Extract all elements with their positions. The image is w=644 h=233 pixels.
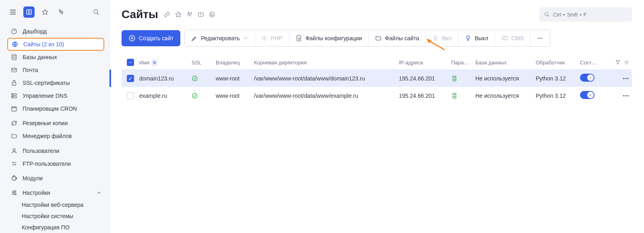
star-outline-icon[interactable]: [175, 11, 182, 18]
sidebar-top: [0, 3, 109, 25]
pencil-icon: [191, 35, 198, 41]
enable-button[interactable]: Вкл: [426, 30, 458, 46]
sidebar-item-settings[interactable]: Настройки: [0, 186, 109, 199]
pin-icon[interactable]: [186, 11, 193, 18]
star-icon[interactable]: [39, 6, 51, 18]
sidebar-item-label: Резервные копии: [23, 120, 102, 126]
site-files-button[interactable]: Файлы сайта: [369, 30, 426, 46]
col-owner[interactable]: Владелец: [216, 60, 254, 66]
state-toggle[interactable]: [580, 74, 604, 83]
title-actions: [164, 11, 215, 18]
row-more-button[interactable]: [622, 75, 632, 82]
ssl-ok-icon: [192, 75, 216, 82]
menu-icon[interactable]: [7, 6, 19, 18]
refresh-circle-icon[interactable]: [209, 11, 215, 18]
select-all-checkbox[interactable]: −: [122, 59, 139, 66]
svg-point-12: [12, 94, 13, 95]
sidebar-item[interactable]: SSL-сертификаты: [0, 76, 109, 89]
cms-icon: [502, 35, 508, 41]
chevron-up-icon: [96, 190, 102, 196]
sidebar-item[interactable]: Планировщик CRON: [0, 102, 109, 115]
svg-point-30: [540, 38, 541, 39]
database-icon: [10, 54, 18, 61]
svg-point-36: [627, 78, 629, 79]
col-state[interactable]: Сост…: [580, 60, 604, 66]
sidebar-item[interactable]: Резервные копии: [0, 117, 109, 130]
lock-icon: [10, 79, 18, 87]
table-row[interactable]: ✓domain123.ruwww-root/var/www/www-root/d…: [122, 70, 632, 87]
sidebar-item-label: Дашборд: [23, 28, 102, 35]
sidebar-item[interactable]: Базы данных: [0, 51, 109, 64]
sidebar-item[interactable]: Менеджер файлов: [0, 130, 109, 142]
sidebar-subitem[interactable]: Конфигурация ПО: [0, 222, 109, 233]
link-icon[interactable]: [164, 11, 170, 18]
global-search[interactable]: [539, 7, 632, 22]
row-checkbox[interactable]: ✓: [122, 75, 139, 82]
svg-point-29: [538, 38, 539, 39]
columns-gear-icon[interactable]: [624, 60, 630, 65]
dashboard-icon: [10, 28, 18, 35]
col-name[interactable]: Имя≡: [139, 59, 192, 66]
sites-table: − Имя≡ SSL Владелец Корневая директория …: [122, 56, 632, 104]
row-more-button[interactable]: [622, 92, 632, 99]
sidebar: ДашбордСайты (2 из 10)Базы данныхПочтаSS…: [0, 0, 109, 233]
globe-icon: [11, 41, 19, 48]
button-label: Редактировать: [201, 35, 240, 41]
steps-icon[interactable]: [56, 6, 67, 18]
bulb-off-icon: [465, 35, 471, 41]
col-ssl[interactable]: SSL: [192, 60, 216, 66]
file-gear-icon: [296, 35, 302, 41]
edit-button[interactable]: Редактировать: [185, 30, 255, 46]
sidebar-subitem[interactable]: Настройки веб-сервера: [0, 199, 109, 210]
svg-point-3: [61, 11, 63, 14]
calendar-icon: [10, 105, 18, 112]
col-handler[interactable]: Обработчик: [536, 60, 580, 66]
sidebar-search-icon[interactable]: [91, 6, 102, 18]
dns-icon: [10, 92, 18, 99]
cms-button[interactable]: CMS: [495, 30, 530, 46]
table-row[interactable]: example.ruwww-root/var/www/www-root/data…: [122, 87, 632, 104]
svg-rect-9: [12, 82, 16, 85]
create-site-button[interactable]: Создать сайт: [122, 30, 180, 46]
col-root[interactable]: Корневая директория: [254, 60, 399, 66]
svg-point-4: [94, 10, 97, 13]
sidebar-item[interactable]: Пользователи: [0, 144, 109, 157]
ftp-icon: [10, 160, 18, 167]
sidebar-item[interactable]: FTP-пользователи: [0, 157, 109, 170]
mail-icon: [10, 66, 18, 74]
svg-point-39: [625, 95, 627, 96]
sidebar-subitem[interactable]: Настройки системы: [0, 210, 109, 222]
more-button[interactable]: [530, 30, 550, 46]
state-toggle[interactable]: [580, 91, 604, 100]
svg-rect-28: [502, 36, 507, 40]
search-icon: [544, 12, 550, 17]
chevron-down-icon: [243, 36, 248, 41]
new-window-icon[interactable]: [198, 11, 204, 18]
svg-point-31: [541, 38, 543, 39]
filter-icon[interactable]: [615, 60, 621, 65]
sidebar-item-label: Пользователи: [23, 148, 102, 154]
sidebar-item[interactable]: Сайты (2 из 10): [7, 38, 104, 51]
php-button[interactable]: PHP: [255, 30, 289, 46]
config-files-button[interactable]: Файлы конфигурации: [289, 30, 369, 46]
sidebar-item[interactable]: Модули: [0, 172, 109, 185]
col-ip[interactable]: IP-адреса: [399, 60, 451, 66]
col-tools: [604, 60, 632, 65]
col-db[interactable]: База данных: [475, 60, 536, 66]
button-label: Файлы конфигурации: [305, 35, 362, 41]
sidebar-item[interactable]: Дашборд: [0, 25, 109, 38]
refresh-icon: [10, 120, 18, 127]
list-view-icon[interactable]: [23, 6, 35, 18]
sliders-icon: [10, 189, 18, 196]
svg-point-37: [192, 93, 197, 98]
col-param[interactable]: Пара…: [451, 60, 475, 66]
ssl-ok-icon: [192, 93, 216, 99]
search-input[interactable]: [553, 12, 627, 18]
row-checkbox[interactable]: [122, 92, 139, 99]
cell-handler: Python 3.12: [536, 75, 580, 82]
folder-icon: [375, 35, 382, 41]
button-label: Создать сайт: [139, 35, 173, 41]
disable-button[interactable]: Выкл: [458, 30, 495, 46]
sidebar-item[interactable]: Почта: [0, 64, 109, 76]
sidebar-item[interactable]: Управление DNS: [0, 89, 109, 102]
